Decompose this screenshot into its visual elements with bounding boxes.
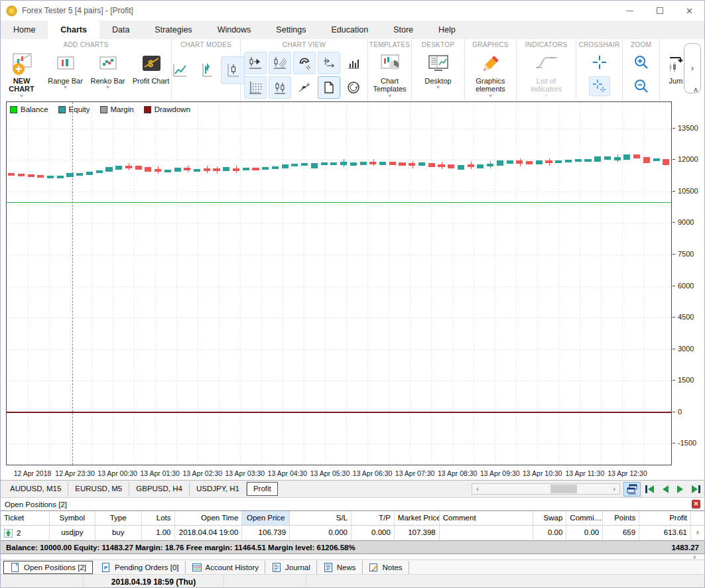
equity-bar[interactable] <box>47 176 54 178</box>
new-chart-button[interactable]: ⋯ NEW CHART ˅ <box>1 50 42 98</box>
equity-bar[interactable] <box>594 156 601 162</box>
equity-bar[interactable] <box>350 162 357 166</box>
column-header-points[interactable]: Points <box>603 511 639 525</box>
equity-bar[interactable] <box>438 164 444 167</box>
minimize-button[interactable] <box>615 1 645 21</box>
chart-plot-area[interactable]: BalanceEquityMarginDrawdown <box>6 101 672 465</box>
go-to-end-button[interactable] <box>690 483 702 496</box>
equity-bar[interactable] <box>155 169 161 172</box>
column-header-open-time[interactable]: Open Time <box>175 511 243 525</box>
equity-bar[interactable] <box>448 164 454 168</box>
equity-bar[interactable] <box>282 164 288 168</box>
menu-item-store[interactable]: Store <box>381 21 426 39</box>
equity-bar[interactable] <box>125 166 132 168</box>
renko-bar-button[interactable]: ⋯ Renko Bar ˅ <box>89 50 127 89</box>
equity-bar[interactable] <box>272 166 279 169</box>
equity-bar[interactable] <box>643 157 650 163</box>
profit-chart-button[interactable]: $ Profit Chart <box>131 50 171 85</box>
tab-notes[interactable]: Notes <box>363 561 409 574</box>
column-header-market-price[interactable]: Market Price <box>395 511 440 525</box>
maximize-button[interactable] <box>645 1 674 21</box>
equity-bar[interactable] <box>164 170 171 172</box>
trade-markers-button[interactable] <box>293 76 316 99</box>
candle-spacing-button[interactable] <box>269 76 291 99</box>
equity-bar[interactable] <box>115 166 122 170</box>
offset-mode-button[interactable] <box>318 52 340 74</box>
equity-bar[interactable] <box>663 159 669 165</box>
equity-bar[interactable] <box>135 166 142 170</box>
column-header-lots[interactable]: Lots <box>142 511 175 525</box>
column-header-commi-[interactable]: Commi… <box>566 511 603 525</box>
equity-bar[interactable] <box>614 157 621 160</box>
menu-item-settings[interactable]: Settings <box>263 21 318 39</box>
chart-tab-profit[interactable]: Profit <box>247 482 278 496</box>
ribbon-collapse-icon[interactable]: ∧ <box>693 86 698 94</box>
tick-chart-mode-button[interactable] <box>194 56 218 84</box>
menu-item-help[interactable]: Help <box>426 21 468 39</box>
chart-tab-usdjpy[interactable]: USDJPY, H1 <box>190 482 247 496</box>
equity-bar[interactable] <box>633 154 640 158</box>
equity-bar[interactable] <box>37 175 44 178</box>
equity-bar[interactable] <box>555 160 562 163</box>
menu-item-charts[interactable]: Charts <box>48 21 99 39</box>
menu-item-education[interactable]: Education <box>319 21 381 39</box>
tab-journal[interactable]: Journal <box>265 561 317 574</box>
equity-bar[interactable] <box>340 162 347 165</box>
column-header-ticket[interactable]: Ticket <box>1 511 50 525</box>
equity-bar[interactable] <box>604 156 611 160</box>
zoom-in-button[interactable] <box>631 52 652 72</box>
equity-bar[interactable] <box>223 167 229 171</box>
volume-button[interactable] <box>342 52 365 74</box>
chart-horizontal-scrollbar[interactable]: ‹ › <box>472 483 620 495</box>
chart-tab-gbpusd[interactable]: GBPUSD, H4 <box>129 482 190 496</box>
menu-item-data[interactable]: Data <box>99 21 142 39</box>
magnet-button[interactable] <box>293 52 316 74</box>
chart-tab-eurusd[interactable]: EURUSD, M5 <box>68 482 129 496</box>
equity-bar[interactable] <box>321 162 328 165</box>
column-header-profit[interactable]: Profit <box>639 511 691 525</box>
equity-bar[interactable] <box>28 174 34 177</box>
grid-scroll-down-icon[interactable]: ∨ <box>692 554 696 560</box>
line-chart-mode-button[interactable] <box>168 56 192 84</box>
scroll-right-icon[interactable]: › <box>609 484 619 494</box>
equity-bar[interactable] <box>526 161 533 164</box>
column-header-symbol[interactable]: Symbol <box>50 511 96 525</box>
equity-bar[interactable] <box>468 164 474 167</box>
equity-bar[interactable] <box>399 162 405 166</box>
scroll-left-icon[interactable]: ‹ <box>472 484 483 494</box>
equity-bar[interactable] <box>330 162 337 165</box>
equity-bar[interactable] <box>184 168 190 170</box>
menu-item-windows[interactable]: Windows <box>205 21 264 39</box>
step-back-button[interactable] <box>659 483 671 496</box>
equity-bar[interactable] <box>516 160 523 164</box>
equity-bar[interactable] <box>204 168 210 171</box>
menu-item-strategies[interactable]: Strategies <box>142 21 204 39</box>
zoom-out-button[interactable] <box>631 76 652 96</box>
equity-bar[interactable] <box>428 163 435 167</box>
equity-bar[interactable] <box>86 172 93 175</box>
equity-bar[interactable] <box>96 170 103 173</box>
chart-tab-audusd[interactable]: AUDUSD, M15 <box>3 482 68 496</box>
column-header-open-price[interactable]: Open Price <box>242 511 290 525</box>
equity-bar[interactable] <box>477 164 483 168</box>
equity-bar[interactable] <box>145 167 151 172</box>
equity-bar[interactable] <box>389 162 396 165</box>
equity-bar[interactable] <box>575 159 582 162</box>
equity-bar[interactable] <box>8 173 15 176</box>
equity-bar[interactable] <box>301 163 308 166</box>
equity-bar[interactable] <box>497 160 503 166</box>
menu-item-home[interactable]: Home <box>1 21 48 39</box>
tab-open-positions-2[interactable]: Open Positions [2] <box>3 561 93 574</box>
equity-bar[interactable] <box>57 176 64 178</box>
column-header-comment[interactable]: Comment <box>440 511 534 525</box>
equity-bar[interactable] <box>66 173 73 177</box>
column-header-swap[interactable]: Swap <box>533 511 566 525</box>
period-separators-button[interactable] <box>342 76 365 99</box>
equity-bar[interactable] <box>360 162 367 165</box>
equity-bar[interactable] <box>194 169 200 172</box>
crosshair-button[interactable] <box>589 52 610 72</box>
sync-crosshair-button[interactable] <box>589 76 610 96</box>
equity-bar[interactable] <box>243 168 249 170</box>
chart-templates-button[interactable]: ⋯ Chart Templates ˅ <box>369 50 411 98</box>
cascade-windows-button[interactable] <box>623 482 641 497</box>
